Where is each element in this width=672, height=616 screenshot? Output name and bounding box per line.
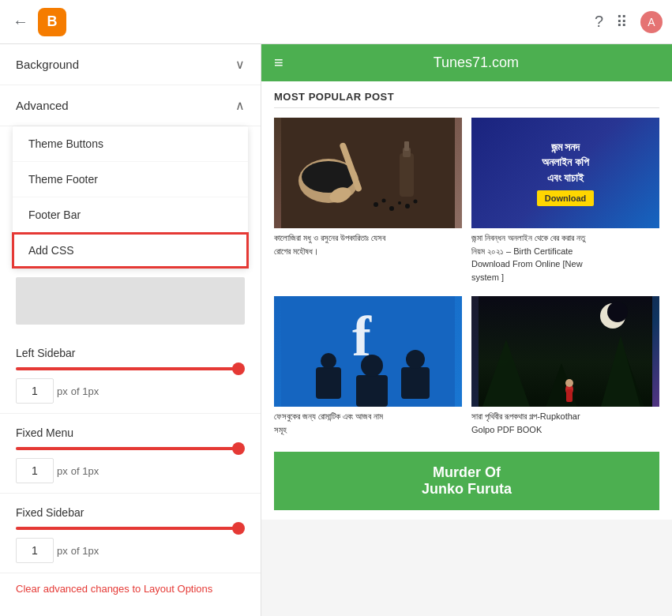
advanced-section-header[interactable]: Advanced ∧ [0,85,261,126]
fixed-menu-unit: px [57,465,68,477]
left-sidebar-value-row: 1 px of 1px [16,378,245,404]
fixed-menu-of: of 1px [71,465,99,477]
post-grid: কালোজিরা মধু ও রসুনের উপকারিতাঃ যেসব রোগ… [274,118,659,439]
svg-point-9 [405,204,410,208]
blogger-logo: B [38,8,66,36]
banner-text: Murder OfJunko Furuta [422,464,512,498]
svg-point-21 [406,350,425,369]
preview-placeholder [16,277,245,325]
fixed-sidebar-unit: px [57,545,68,557]
left-sidebar-unit: px [57,385,68,397]
top-bar: ← B ? ⠿ A [0,0,672,44]
fixed-sidebar-value: 1 [16,538,54,563]
site-header: ≡ Tunes71.com [261,44,672,81]
fixed-menu-thumb[interactable] [232,442,245,455]
preview-site: ≡ Tunes71.com MOST POPULAR POST [261,44,672,520]
svg-rect-17 [316,367,341,399]
svg-rect-11 [400,153,414,197]
fixed-sidebar-of: of 1px [71,545,99,557]
fixed-menu-track[interactable] [16,447,245,450]
bottom-banner: Murder OfJunko Furuta [274,452,659,510]
left-sidebar-value: 1 [16,378,54,404]
post-image-4 [471,296,659,407]
post-image-2: জন্ম সনদঅনলাইন কপিএবং যাচাই Download [471,118,659,228]
most-popular-section-title: MOST POPULAR POST [274,91,659,108]
main-content: Background ∨ Advanced ∧ Theme Buttons Th… [0,44,672,616]
post-image-3: f [274,296,462,407]
menu-item-add-css[interactable]: Add CSS [13,233,248,268]
post-card-4: সারা পৃথিবীর রূপকথার গল্প-Rupkothar Golp… [471,296,659,439]
clear-advanced-button[interactable]: Clear advanced changes to Layout Options [0,573,228,604]
post-caption-1: কালোজিরা মধু ও রসুনের উপকারিতাঃ যেসব রোগ… [274,228,462,261]
svg-point-18 [321,353,336,369]
hamburger-icon: ≡ [274,54,283,72]
background-label: Background [16,58,79,71]
fixed-menu-slider-section: Fixed Menu 1 px of 1px [0,414,261,494]
advanced-dropdown-menu: Theme Buttons Theme Footer Footer Bar Ad… [13,126,248,268]
left-sidebar-of: of 1px [71,385,99,397]
post-image-1 [274,118,462,228]
left-sidebar-thumb[interactable] [232,362,245,375]
post-2-download-btn[interactable]: Download [537,190,595,206]
left-sidebar-slider-section: Left Sidebar 1 px of 1px [0,334,261,414]
svg-rect-13 [404,141,409,151]
menu-item-theme-footer[interactable]: Theme Footer [13,162,248,197]
left-sidebar-fill [16,367,234,370]
fixed-menu-label: Fixed Menu [16,426,245,439]
svg-point-6 [382,199,386,203]
top-bar-left: ← B [9,8,66,36]
fixed-sidebar-track[interactable] [16,527,245,530]
right-panel: ≡ Tunes71.com MOST POPULAR POST [261,44,672,616]
post-card-1: কালোজিরা মধু ও রসুনের উপকারিতাঃ যেসব রোগ… [274,118,462,287]
svg-rect-20 [401,367,430,399]
top-bar-right: ? ⠿ A [595,11,663,33]
menu-item-theme-buttons[interactable]: Theme Buttons [13,126,248,162]
fixed-menu-fill [16,447,234,450]
left-sidebar-label: Left Sidebar [16,347,245,359]
post-2-title: জন্ম সনদঅনলাইন কপিএবং যাচাই [542,140,589,186]
post-card-2: জন্ম সনদঅনলাইন কপিএবং যাচাই Download জন্… [471,118,659,287]
post-caption-3: ফেসবুকের জন্য রোমান্টিক এবং আজব নাম সমূহ [274,407,462,439]
svg-point-24 [361,355,383,377]
svg-point-36 [565,379,573,387]
background-chevron: ∨ [235,57,245,72]
fixed-sidebar-thumb[interactable] [232,522,245,535]
svg-point-5 [374,202,378,207]
advanced-label: Advanced [16,99,69,112]
fixed-menu-value-row: 1 px of 1px [16,458,245,483]
menu-item-footer-bar[interactable]: Footer Bar [13,197,248,233]
fixed-sidebar-label: Fixed Sidebar [16,506,245,519]
fixed-menu-value: 1 [16,458,54,483]
fixed-sidebar-fill [16,527,234,530]
advanced-chevron: ∧ [235,98,245,113]
apps-button[interactable]: ⠿ [616,13,628,32]
post-card-3: f [274,296,462,439]
svg-rect-35 [566,389,573,402]
back-button[interactable]: ← [9,9,32,34]
left-sidebar-track[interactable] [16,367,245,370]
background-section-header[interactable]: Background ∨ [0,44,261,85]
svg-point-10 [414,200,418,204]
fixed-sidebar-value-row: 1 px of 1px [16,538,245,563]
svg-point-8 [398,201,401,205]
post-caption-2: জন্মা নিবন্ধন অনলাইন থেকে বের করার নতু ন… [471,228,659,287]
help-button[interactable]: ? [595,13,603,31]
svg-point-28 [607,302,628,322]
site-body: MOST POPULAR POST [261,81,672,520]
left-panel: Background ∨ Advanced ∧ Theme Buttons Th… [0,44,261,616]
account-button[interactable]: A [640,11,663,33]
post-caption-4: সারা পৃথিবীর রূপকথার গল্প-Rupkothar Golp… [471,407,659,439]
fixed-sidebar-slider-section: Fixed Sidebar 1 px of 1px [0,494,261,573]
site-title: Tunes71.com [293,54,659,71]
svg-rect-23 [356,375,388,407]
svg-point-7 [389,206,394,211]
